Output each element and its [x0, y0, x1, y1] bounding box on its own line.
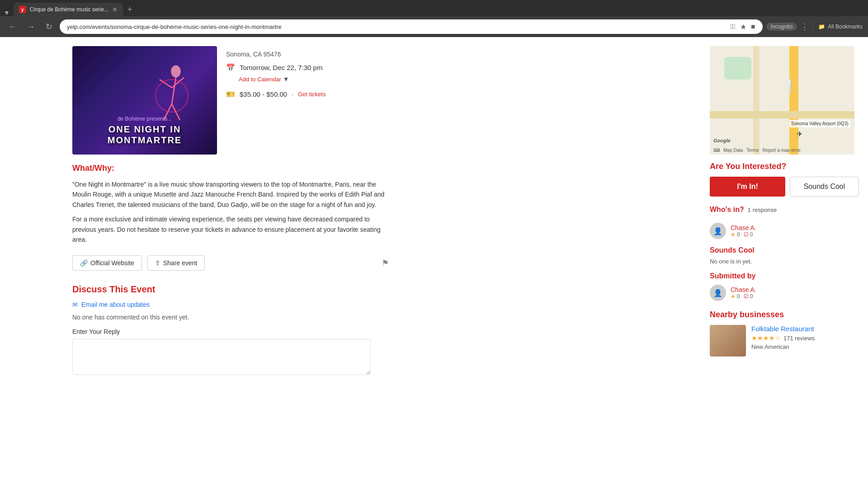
event-description-2: For a more exclusive and intimate viewin…	[72, 214, 389, 244]
whos-in-user-entry: 👤 Chase A. ★ 0 ☑ 0	[710, 223, 859, 239]
interest-buttons: I'm In! Sounds Cool	[710, 177, 859, 197]
toolbar-right: Incognito ⋮	[766, 22, 809, 32]
map-container: ❕ Sonoma Valley Airport (0Q3) ✈ Google ⌨…	[710, 46, 854, 155]
tab-title: Cirque de Bohème music serie...	[30, 6, 108, 13]
review-icon: ☑	[744, 293, 749, 300]
incognito-badge: Incognito	[766, 23, 797, 31]
reload-button[interactable]: ↻	[42, 19, 56, 34]
review-icon: ☑	[744, 231, 749, 238]
map-terms-link[interactable]: Terms	[746, 148, 759, 153]
new-tab-button[interactable]: +	[123, 3, 137, 16]
nearby-businesses-section: Nearby businesses Folktable Restaurant ★…	[710, 310, 859, 357]
share-event-button[interactable]: ⇧ Share event	[147, 255, 205, 271]
business-entry: Folktable Restaurant ★★★★☆ 171 reviews N…	[710, 325, 859, 357]
action-buttons: 🔗 Official Website ⇧ Share event ⚑	[72, 255, 389, 271]
whos-in-user-stats: ★ 0 ☑ 0	[731, 231, 756, 238]
star-icon: ★	[731, 293, 736, 300]
review-count: 171 reviews	[783, 335, 815, 342]
event-details: Sonoma, CA 95476 📅 Tomorrow, Dec 22, 7:3…	[226, 46, 389, 99]
tab-dropdown[interactable]: ▼	[4, 9, 10, 16]
airport-label: Sonoma Valley Airport (0Q3)	[789, 120, 850, 127]
business-thumbnail	[710, 325, 746, 357]
sounds-cool-button[interactable]: Sounds Cool	[790, 177, 859, 197]
svg-point-6	[156, 80, 188, 112]
submitted-stars-stat: ★ 0	[731, 293, 740, 300]
bookmark-icon[interactable]: ★	[740, 23, 746, 31]
external-link-icon: 🔗	[80, 259, 88, 267]
add-to-calendar-link[interactable]: Add to Calendar	[239, 76, 281, 83]
back-button[interactable]: ←	[5, 19, 20, 34]
business-name[interactable]: Folktable Restaurant	[751, 325, 815, 333]
reply-label: Enter Your Reply	[72, 328, 389, 335]
event-price-row: 🎫 $35.00 - $50.00 · Get tickets	[226, 90, 389, 99]
browser-chrome: ▼ y Cirque de Bohème music serie... ✕ + …	[0, 0, 868, 37]
event-date-row: 📅 Tomorrow, Dec 22, 7:30 pm	[226, 63, 389, 72]
tabs-bar: ▼ y Cirque de Bohème music serie... ✕ +	[0, 0, 868, 16]
official-website-button[interactable]: 🔗 Official Website	[72, 255, 142, 271]
whos-in-heading: Who's in?	[710, 206, 744, 214]
reply-textarea[interactable]	[72, 339, 371, 375]
right-sidebar: ❕ Sonoma Valley Airport (0Q3) ✈ Google ⌨…	[710, 37, 868, 488]
event-section: de Bohème presents... ONE NIGHT INMONTMA…	[72, 37, 389, 488]
submitted-user-info: Chase A. ★ 0 ☑ 0	[731, 286, 756, 300]
yelp-favicon: y	[19, 6, 26, 13]
no-one-yet-text: No one is in yet.	[710, 258, 859, 265]
google-logo: Google	[713, 138, 731, 143]
bookmarks-label: All Bookmarks	[828, 23, 863, 30]
im-in-button[interactable]: I'm In!	[710, 177, 785, 197]
svg-line-1	[172, 78, 176, 104]
submitted-avatar: 👤	[710, 285, 726, 301]
submitted-reviews-stat: ☑ 0	[744, 293, 753, 300]
airport-icon: ✈	[797, 130, 802, 138]
map-pin: ❕	[782, 79, 798, 94]
what-why-heading: What/Why:	[72, 164, 389, 173]
bookmarks-area[interactable]: 📁 All Bookmarks	[812, 23, 863, 30]
share-icon: ⇧	[155, 259, 160, 267]
whos-in-username[interactable]: Chase A.	[731, 224, 756, 231]
submitted-user-entry: 👤 Chase A. ★ 0 ☑ 0	[710, 285, 859, 301]
page-content: de Bohème presents... ONE NIGHT INMONTMA…	[0, 37, 868, 488]
browser-toolbar: ← → ↻ yelp.com/events/sonoma-cirque-de-b…	[0, 16, 868, 37]
submitted-username[interactable]: Chase A.	[731, 286, 756, 293]
submitted-user-stats: ★ 0 ☑ 0	[731, 293, 756, 300]
star-icon: ★	[731, 231, 736, 238]
whos-in-user-info: Chase A. ★ 0 ☑ 0	[731, 224, 756, 238]
address-bar[interactable]: yelp.com/events/sonoma-cirque-de-bohème-…	[60, 19, 763, 34]
event-description-1: "One Night in Montmartre" is a live musi…	[72, 179, 389, 210]
are-you-interested-heading: Are You Interested?	[710, 162, 859, 171]
stars-icon: ★★★★☆	[751, 334, 781, 342]
are-you-interested-section: Are You Interested? I'm In! Sounds Cool	[710, 162, 859, 197]
tab-close-button[interactable]: ✕	[112, 6, 118, 13]
event-price: $35.00 - $50.00	[240, 90, 287, 98]
no-comments-text: No one has commented on this event yet.	[72, 314, 389, 321]
email-updates-link[interactable]: ✉ Email me about updates	[72, 301, 389, 308]
flag-button[interactable]: ⚑	[382, 258, 389, 268]
nearby-businesses-heading: Nearby businesses	[710, 310, 859, 319]
map-data-link[interactable]: Map Data	[723, 148, 743, 153]
ticket-icon: 🎫	[226, 90, 235, 99]
svg-point-0	[171, 66, 181, 78]
event-header: de Bohème presents... ONE NIGHT INMONTMA…	[72, 46, 389, 155]
report-map-link[interactable]: Report a map error	[763, 148, 801, 153]
more-menu-button[interactable]: ⋮	[801, 22, 809, 32]
event-date: Tomorrow, Dec 22, 7:30 pm	[240, 64, 322, 71]
get-tickets-link[interactable]: Get tickets	[298, 91, 326, 98]
sounds-cool-section: Sounds Cool No one is in yet.	[710, 246, 859, 265]
sounds-cool-heading: Sounds Cool	[710, 246, 859, 254]
event-location: Sonoma, CA 95476	[226, 51, 389, 58]
extension-icon[interactable]: ■	[751, 23, 755, 31]
whos-in-section: Who's in? 1 response 👤 Chase A. ★ 0 ☑	[710, 206, 859, 239]
what-why-section: What/Why: "One Night in Montmartre" is a…	[72, 164, 389, 244]
map-controls: ⌨ Map Data Terms Report a map error	[710, 148, 854, 153]
business-type: New American	[751, 343, 815, 350]
event-image-subtitle: de Bohème presents...	[108, 116, 182, 122]
submitted-by-section: Submitted by 👤 Chase A. ★ 0 ☑ 0	[710, 272, 859, 301]
discuss-section: Discuss This Event ✉ Email me about upda…	[72, 284, 389, 376]
response-count: 1 response	[748, 206, 777, 213]
active-tab[interactable]: y Cirque de Bohème music serie... ✕	[14, 3, 123, 16]
event-image-container: de Bohème presents... ONE NIGHT INMONTMA…	[72, 46, 217, 155]
forward-button[interactable]: →	[24, 19, 38, 34]
whos-in-stars-stat: ★ 0	[731, 231, 740, 238]
avatar-icon: 👤	[713, 227, 722, 235]
submitted-by-heading: Submitted by	[710, 272, 859, 280]
